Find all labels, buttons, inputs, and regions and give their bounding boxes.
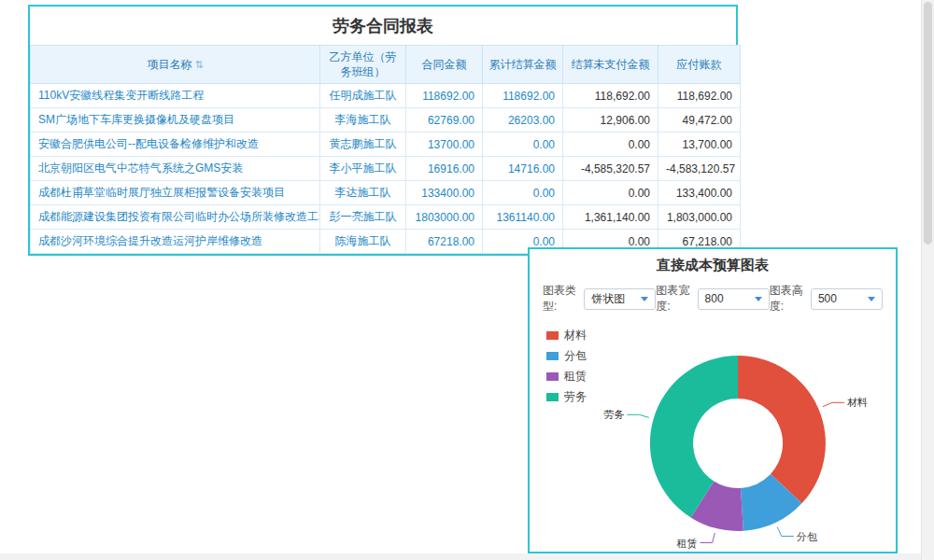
table-cell: 118692.00 (483, 84, 563, 108)
pie-label-租赁: 租赁 (677, 538, 698, 549)
legend-swatch (546, 372, 559, 381)
legend-item-分包[interactable]: 分包 (546, 348, 587, 364)
project-name-cell[interactable]: 成都沙河环境综合提升改造运河护岸维修改造 (31, 230, 320, 254)
table-cell: 李达施工队 (320, 181, 406, 205)
column-header-label: 项目名称 (147, 58, 191, 71)
table-row: SM广场地下车库更换摄像机及硬盘项目李海施工队62769.0026203.001… (31, 108, 741, 133)
table-row: 安徽合肥供电公司--配电设备检修维护和改造黄志鹏施工队13700.000.000… (31, 133, 741, 157)
table-cell: 黄志鹏施工队 (320, 133, 406, 157)
table-cell: 0.00 (563, 181, 658, 205)
control-group: 图表高度:500 (770, 283, 883, 315)
pie-label-劳务: 劳务 (603, 409, 624, 420)
project-name-cell[interactable]: 成都杜甫草堂临时展厅独立展柜报警设备安装项目 (31, 181, 320, 205)
table-header: 项目名称⇅乙方单位（劳务班组）合同金额累计结算金额结算未支付金额应付账款 (31, 46, 741, 84)
pie-slice-材料[interactable] (738, 356, 826, 503)
table-cell: 0.00 (483, 133, 563, 157)
legend-item-劳务[interactable]: 劳务 (546, 389, 587, 405)
project-name-cell[interactable]: SM广场地下车库更换摄像机及硬盘项目 (31, 108, 320, 133)
legend-label: 租赁 (564, 369, 587, 385)
legend-swatch (546, 393, 559, 401)
table-cell: 118,692.00 (658, 84, 741, 108)
table-cell: 1,361,140.00 (563, 205, 658, 230)
chart-type-select[interactable]: 饼状图 (584, 288, 656, 310)
vertical-scrollbar-thumb[interactable] (924, 2, 932, 245)
select-value: 500 (818, 292, 837, 305)
chevron-down-icon (641, 297, 648, 301)
table-cell: 49,472.00 (658, 108, 741, 133)
table-row: 北京朝阳区电气中芯特气系统之GMS安装李小平施工队16916.0014716.0… (31, 157, 741, 181)
legend-swatch (546, 331, 559, 340)
table-cell: 67218.00 (406, 230, 483, 254)
chart-width-select[interactable]: 800 (698, 288, 770, 310)
column-header-label: 应付账款 (677, 58, 722, 71)
table-row: 成都能源建设集团投资有限公司临时办公场所装修改造工程EPC彭一亮施工队18030… (31, 205, 741, 230)
cost-budget-chart-panel: 直接成本预算图表 图表类型:饼状图图表宽度:800图表高度:500 材料分包租赁… (528, 247, 898, 553)
table-cell: 62769.00 (406, 108, 483, 133)
chevron-down-icon (868, 297, 875, 301)
table-cell: 0.00 (483, 181, 563, 205)
control-group: 图表宽度:800 (656, 283, 769, 315)
chart-area: 材料分包租赁劳务 材料分包租赁劳务 (530, 320, 896, 559)
column-header-2: 合同金额 (406, 46, 483, 84)
project-name-cell[interactable]: 成都能源建设集团投资有限公司临时办公场所装修改造工程EPC (31, 205, 320, 230)
control-group: 图表类型:饼状图 (543, 283, 656, 315)
project-name-cell[interactable]: 北京朝阳区电气中芯特气系统之GMS安装 (31, 157, 320, 181)
table-cell: 26203.00 (483, 108, 563, 133)
legend-item-租赁[interactable]: 租赁 (546, 369, 587, 385)
column-header-4: 结算未支付金额 (563, 46, 658, 84)
table-cell: 118692.00 (406, 84, 483, 108)
pie-label-line (700, 533, 715, 543)
column-header-5: 应付账款 (658, 46, 741, 84)
table-cell: -4,583,120.57 (658, 157, 741, 181)
control-label: 图表高度: (770, 283, 808, 315)
column-header-label: 累计结算金额 (489, 58, 557, 71)
table-cell: -4,585,320.57 (563, 157, 658, 181)
project-name-cell[interactable]: 110kV安徽线程集变开断线路工程 (31, 84, 320, 108)
table-cell: 陈海施工队 (320, 230, 406, 254)
control-label: 图表宽度: (656, 283, 694, 315)
pie-label-材料: 材料 (847, 397, 868, 408)
labor-contract-table: 项目名称⇅乙方单位（劳务班组）合同金额累计结算金额结算未支付金额应付账款 110… (30, 45, 741, 254)
table-cell: 12,906.00 (563, 108, 658, 133)
legend-item-材料[interactable]: 材料 (546, 328, 587, 343)
table-row: 110kV安徽线程集变开断线路工程任明成施工队118692.00118692.0… (31, 84, 741, 108)
table-cell: 李海施工队 (320, 108, 406, 133)
pie-label-line (627, 414, 649, 417)
column-header-0: 项目名称⇅ (31, 46, 320, 84)
table-cell: 14716.00 (483, 157, 563, 181)
legend-label: 分包 (564, 348, 587, 364)
table-cell: 1,803,000.00 (658, 205, 741, 230)
table-cell: 118,692.00 (563, 84, 658, 108)
header-row: 项目名称⇅乙方单位（劳务班组）合同金额累计结算金额结算未支付金额应付账款 (31, 46, 741, 84)
chart-legend: 材料分包租赁劳务 (546, 328, 587, 405)
legend-label: 材料 (564, 328, 587, 343)
horizontal-scrollbar[interactable] (0, 553, 921, 560)
labor-contract-report-panel: 劳务合同报表 项目名称⇅乙方单位（劳务班组）合同金额累计结算金额结算未支付金额应… (28, 5, 738, 256)
table-cell: 0.00 (563, 133, 658, 157)
vertical-scrollbar[interactable] (921, 0, 934, 560)
chart-height-select[interactable]: 500 (811, 288, 883, 310)
report-title: 劳务合同报表 (30, 7, 736, 45)
table-cell: 1803000.00 (406, 205, 483, 230)
chevron-down-icon (755, 297, 762, 301)
table-cell: 13700.00 (406, 133, 483, 157)
sort-icon[interactable]: ⇅ (194, 59, 203, 70)
table-cell: 16916.00 (406, 157, 483, 181)
table-cell: 1361140.00 (483, 205, 563, 230)
pie-label-line (823, 402, 844, 406)
report-table-body: 110kV安徽线程集变开断线路工程任明成施工队118692.00118692.0… (31, 84, 741, 254)
table-cell: 任明成施工队 (320, 84, 406, 108)
select-value: 800 (705, 292, 724, 305)
project-name-cell[interactable]: 安徽合肥供电公司--配电设备检修维护和改造 (31, 133, 320, 157)
column-header-label: 结算未支付金额 (572, 58, 650, 71)
table-cell: 133400.00 (406, 181, 483, 205)
column-header-label: 乙方单位（劳务班组） (330, 50, 397, 78)
table-cell: 李小平施工队 (320, 157, 406, 181)
table-cell: 彭一亮施工队 (320, 205, 406, 230)
table-cell: 133,400.00 (658, 181, 741, 205)
legend-label: 劳务 (564, 389, 587, 405)
table-cell: 13,700.00 (658, 133, 741, 157)
column-header-label: 合同金额 (422, 58, 467, 71)
column-header-1: 乙方单位（劳务班组） (320, 46, 406, 84)
control-label: 图表类型: (543, 283, 581, 315)
